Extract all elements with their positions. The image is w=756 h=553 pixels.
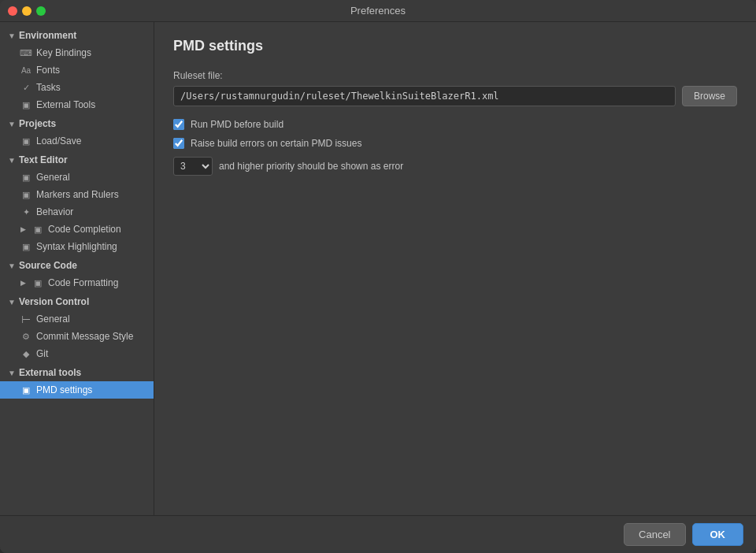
sidebar-item-general[interactable]: ▣ General <box>0 169 154 186</box>
external-tools-arrow: ▼ <box>8 369 16 377</box>
ok-button[interactable]: OK <box>692 523 744 546</box>
sidebar-item-git[interactable]: ◆ Git <box>0 345 154 362</box>
source-code-label: Source Code <box>19 260 77 271</box>
syntax-highlighting-label: Syntax Highlighting <box>36 241 117 252</box>
content-area: PMD settings Ruleset file: Browse Run PM… <box>154 22 756 515</box>
page-title: PMD settings <box>173 38 737 54</box>
sidebar-item-code-completion[interactable]: ▶ ▣ Code Completion <box>0 221 154 238</box>
main-content: ▼ Environment ⌨ Key Bindings Aa Fonts ✓ … <box>0 22 756 515</box>
general-icon: ▣ <box>20 172 32 183</box>
close-button[interactable] <box>8 6 17 16</box>
sidebar-item-pmd-settings[interactable]: ▣ PMD settings <box>0 381 154 399</box>
code-completion-expand-icon: ▶ <box>20 225 26 233</box>
code-formatting-icon: ▣ <box>32 277 43 288</box>
load-save-icon: ▣ <box>20 135 32 147</box>
run-pmd-label: Run PMD before build <box>191 119 284 130</box>
code-completion-icon: ▣ <box>32 224 43 235</box>
title-bar: Preferences <box>0 0 756 22</box>
window-controls <box>8 6 46 16</box>
behavior-label: Behavior <box>36 206 73 217</box>
run-pmd-checkbox[interactable] <box>173 119 184 130</box>
key-bindings-label: Key Bindings <box>36 47 91 58</box>
sidebar-item-tasks[interactable]: ✓ Tasks <box>0 79 154 96</box>
maximize-button[interactable] <box>36 6 46 16</box>
pmd-settings-icon: ▣ <box>20 384 32 395</box>
projects-label: Projects <box>19 118 56 129</box>
vc-general-label: General <box>36 314 70 325</box>
sidebar-item-load-save[interactable]: ▣ Load/Save <box>0 132 154 150</box>
environment-arrow: ▼ <box>8 32 16 40</box>
cancel-button[interactable]: Cancel <box>624 523 685 546</box>
sidebar-item-markers-rulers[interactable]: ▣ Markers and Rulers <box>0 186 154 203</box>
sidebar-item-vc-general[interactable]: ⊢ General <box>0 310 154 328</box>
sidebar-section-text-editor[interactable]: ▼ Text Editor <box>0 150 154 169</box>
sidebar-item-syntax-highlighting[interactable]: ▣ Syntax Highlighting <box>0 238 154 255</box>
browse-button[interactable]: Browse <box>682 86 737 106</box>
sidebar: ▼ Environment ⌨ Key Bindings Aa Fonts ✓ … <box>0 22 154 515</box>
priority-suffix: and higher priority should be shown as e… <box>219 161 403 172</box>
sidebar-item-key-bindings[interactable]: ⌨ Key Bindings <box>0 44 154 61</box>
fonts-icon: Aa <box>20 65 32 76</box>
markers-rulers-label: Markers and Rulers <box>36 189 119 200</box>
vc-general-icon: ⊢ <box>20 314 32 325</box>
source-code-arrow: ▼ <box>8 262 16 270</box>
projects-arrow: ▼ <box>8 120 16 128</box>
ruleset-group: Ruleset file: Browse <box>173 70 737 106</box>
priority-row: 1 2 3 4 5 and higher priority should be … <box>173 157 737 176</box>
behavior-icon: ✦ <box>20 206 32 217</box>
sidebar-item-fonts[interactable]: Aa Fonts <box>0 61 154 79</box>
ruleset-label: Ruleset file: <box>173 70 737 81</box>
checkbox-raise-errors-row: Raise build errors on certain PMD issues <box>173 138 737 149</box>
window-title: Preferences <box>350 5 406 17</box>
text-editor-label: Text Editor <box>19 154 68 165</box>
git-label: Git <box>36 348 48 359</box>
raise-errors-checkbox[interactable] <box>173 138 184 149</box>
text-editor-arrow: ▼ <box>8 156 16 165</box>
ruleset-input-row: Browse <box>173 86 737 106</box>
load-save-label: Load/Save <box>36 135 81 147</box>
sidebar-item-code-formatting[interactable]: ▶ ▣ Code Formatting <box>0 274 154 291</box>
raise-errors-label: Raise build errors on certain PMD issues <box>191 138 361 149</box>
tasks-icon: ✓ <box>20 82 32 93</box>
ruleset-input[interactable] <box>173 86 676 106</box>
version-control-arrow: ▼ <box>8 298 16 306</box>
minimize-button[interactable] <box>22 6 32 16</box>
external-tools-label: External tools <box>19 367 81 378</box>
code-formatting-expand-icon: ▶ <box>20 279 26 287</box>
preferences-window: Preferences ▼ Environment ⌨ Key Bindings… <box>0 0 756 553</box>
fonts-label: Fonts <box>36 65 60 76</box>
code-formatting-label: Code Formatting <box>48 277 118 288</box>
checkbox-run-pmd-row: Run PMD before build <box>173 119 737 130</box>
external-tools-env-icon: ▣ <box>20 99 32 110</box>
sidebar-section-environment[interactable]: ▼ Environment <box>0 25 154 44</box>
sidebar-section-external-tools[interactable]: ▼ External tools <box>0 362 154 381</box>
sidebar-item-commit-message-style[interactable]: ⚙ Commit Message Style <box>0 328 154 345</box>
priority-select[interactable]: 1 2 3 4 5 <box>173 157 213 176</box>
pmd-settings-label: PMD settings <box>36 384 92 395</box>
sidebar-item-external-tools-env[interactable]: ▣ External Tools <box>0 96 154 113</box>
version-control-label: Version Control <box>19 296 89 307</box>
commit-message-icon: ⚙ <box>20 331 32 342</box>
sidebar-item-behavior[interactable]: ✦ Behavior <box>0 203 154 221</box>
commit-message-label: Commit Message Style <box>36 331 133 342</box>
general-label: General <box>36 172 70 183</box>
sidebar-section-projects[interactable]: ▼ Projects <box>0 113 154 132</box>
sidebar-section-source-code[interactable]: ▼ Source Code <box>0 255 154 274</box>
external-tools-env-label: External Tools <box>36 99 95 110</box>
key-bindings-icon: ⌨ <box>20 47 32 58</box>
footer: Cancel OK <box>0 515 756 553</box>
tasks-label: Tasks <box>36 82 61 93</box>
code-completion-label: Code Completion <box>48 224 121 235</box>
git-icon: ◆ <box>20 348 32 359</box>
syntax-highlighting-icon: ▣ <box>20 241 32 252</box>
sidebar-section-version-control[interactable]: ▼ Version Control <box>0 291 154 310</box>
markers-rulers-icon: ▣ <box>20 189 32 200</box>
environment-label: Environment <box>19 30 76 41</box>
